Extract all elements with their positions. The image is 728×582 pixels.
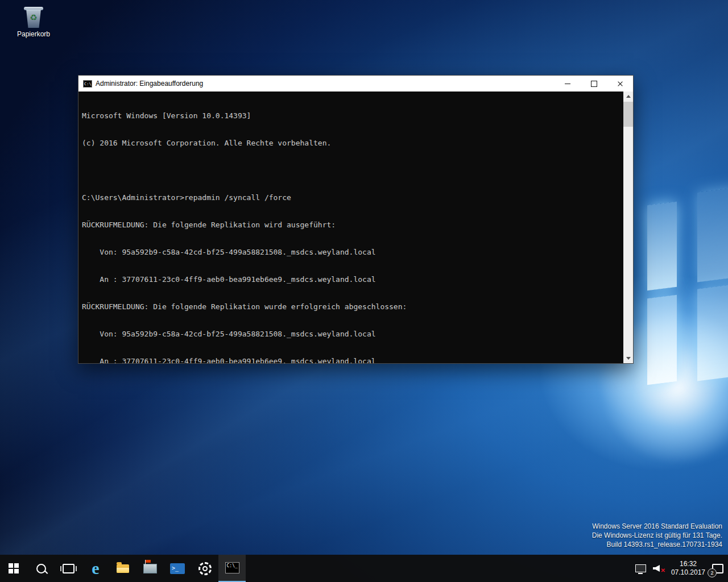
- console-line: An : 37707611-23c0-4ff9-aeb0-bea991eb6ee…: [82, 357, 623, 363]
- action-center-button[interactable]: 2: [712, 564, 723, 573]
- windows-logo-wallpaper: [642, 186, 728, 397]
- console-line: Von: 95a592b9-c58a-42cd-bf25-499a5882150…: [82, 330, 623, 339]
- console-line: Microsoft Windows [Version 10.0.14393]: [82, 111, 623, 120]
- search-icon: [36, 564, 46, 573]
- settings-button[interactable]: [191, 555, 218, 582]
- taskbar: 16:32 07.10.2017 2: [0, 555, 728, 582]
- scrollbar-thumb[interactable]: [623, 102, 633, 127]
- scroll-down-icon: [626, 357, 631, 360]
- gear-icon: [198, 562, 212, 575]
- watermark-edition: Windows Server 2016 Standard Evaluation: [592, 522, 722, 531]
- close-button[interactable]: [607, 76, 633, 92]
- console-line: An : 37707611-23c0-4ff9-aeb0-bea991eb6ee…: [82, 275, 623, 284]
- maximize-icon: [591, 81, 597, 87]
- close-icon: [617, 81, 623, 87]
- console-scrollbar[interactable]: [623, 92, 633, 363]
- window-title: Administrator: Eingabeaufforderung: [96, 80, 203, 88]
- recycle-bin-desktop-icon[interactable]: ♻ Papierkorb: [11, 5, 56, 38]
- mute-x-icon: [661, 568, 665, 573]
- internet-explorer-icon: [92, 560, 99, 576]
- network-icon: [635, 564, 646, 572]
- cmd-icon: [83, 80, 92, 88]
- cmd-icon: [225, 562, 239, 573]
- cmd-taskbar-button[interactable]: [218, 555, 246, 582]
- console-output[interactable]: Microsoft Windows [Version 10.0.14393] (…: [78, 92, 623, 363]
- cmd-window: Administrator: Eingabeaufforderung Micro…: [78, 75, 634, 364]
- recycle-arrows-icon: ♻: [23, 13, 44, 22]
- server-manager-icon: [143, 564, 157, 573]
- powershell-button[interactable]: [164, 555, 191, 582]
- notification-badge: 2: [708, 568, 717, 577]
- console-line: RÜCKRUFMELDUNG: Die folgende Replikation…: [82, 302, 623, 311]
- server-manager-button[interactable]: [136, 555, 164, 582]
- minimize-button[interactable]: [555, 76, 581, 92]
- scroll-up-button[interactable]: [623, 92, 633, 101]
- folder-icon: [117, 564, 129, 573]
- windows-logo-icon: [9, 563, 19, 573]
- console-line: (c) 2016 Microsoft Corporation. Alle Rec…: [82, 139, 623, 148]
- recycle-bin-icon: ♻: [23, 5, 44, 28]
- file-explorer-button[interactable]: [109, 555, 136, 582]
- search-button[interactable]: [27, 555, 55, 582]
- maximize-button[interactable]: [581, 76, 607, 92]
- minimize-icon: [565, 84, 570, 84]
- task-view-button[interactable]: [55, 555, 82, 582]
- cmd-window-titlebar[interactable]: Administrator: Eingabeaufforderung: [78, 76, 633, 92]
- task-view-icon: [63, 564, 75, 573]
- clock[interactable]: 16:32 07.10.2017: [671, 560, 705, 577]
- window-controls: [555, 76, 633, 92]
- recycle-bin-label: Papierkorb: [11, 30, 56, 38]
- console-line: [82, 166, 623, 175]
- internet-explorer-button[interactable]: [82, 555, 109, 582]
- start-button[interactable]: [0, 555, 27, 582]
- network-status-button[interactable]: [635, 564, 646, 572]
- tray-time: 16:32: [680, 560, 697, 568]
- scroll-up-icon: [626, 95, 631, 98]
- console-line: C:\Users\Administrator>repadmin /syncall…: [82, 193, 623, 202]
- evaluation-watermark: Windows Server 2016 Standard Evaluation …: [592, 522, 722, 549]
- volume-muted-icon: [653, 564, 664, 572]
- scroll-down-button[interactable]: [623, 354, 633, 363]
- volume-button[interactable]: [653, 564, 664, 572]
- powershell-icon: [170, 563, 185, 574]
- watermark-build: Build 14393.rs1_release.170731-1934: [592, 540, 722, 549]
- desktop: ♻ Papierkorb Administrator: Eingabeauffo…: [0, 0, 728, 582]
- tray-date: 07.10.2017: [671, 568, 705, 577]
- console-line: RÜCKRUFMELDUNG: Die folgende Replikation…: [82, 221, 623, 230]
- console-line: Von: 95a592b9-c58a-42cd-bf25-499a5882150…: [82, 248, 623, 257]
- watermark-license: Die Windows-Lizenz ist gültig für 131 Ta…: [592, 531, 722, 540]
- system-tray: 16:32 07.10.2017 2: [635, 555, 728, 582]
